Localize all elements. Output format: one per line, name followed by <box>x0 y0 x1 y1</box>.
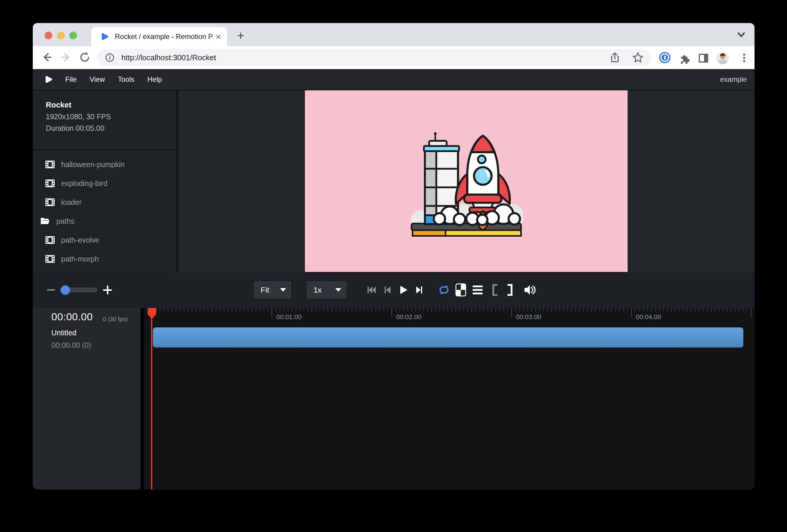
out-point-bracket-icon[interactable] <box>506 283 514 296</box>
maximize-traffic-light[interactable] <box>69 31 77 39</box>
ruler-tick <box>507 308 508 311</box>
ruler-tick <box>659 308 660 311</box>
menu-tools[interactable]: Tools <box>118 75 134 84</box>
playback-rate-dropdown[interactable]: 1x <box>306 280 347 299</box>
ruler-tick <box>391 308 392 317</box>
folder-open-icon <box>40 217 50 225</box>
playhead-marker[interactable] <box>148 308 156 319</box>
volume-icon[interactable] <box>524 284 536 296</box>
menu-dots-icon[interactable] <box>738 52 750 64</box>
remotion-logo[interactable] <box>43 75 54 84</box>
ruler-tick <box>547 308 548 311</box>
ruler-tick <box>220 308 220 311</box>
ruler-tick <box>172 308 172 312</box>
tab-strip: Rocket / example - Remotion P × + <box>33 23 754 46</box>
ruler-tick <box>316 308 316 311</box>
ruler-tick <box>352 308 352 312</box>
browser-window: Rocket / example - Remotion P × + http:/… <box>33 23 754 489</box>
bookmark-star-icon[interactable] <box>632 52 644 63</box>
ruler-tick <box>535 308 536 311</box>
playhead-line[interactable] <box>151 308 152 489</box>
transparency-checkerboard-icon[interactable] <box>455 283 466 296</box>
ruler-tick <box>431 308 432 312</box>
tab-close-icon[interactable]: × <box>215 32 221 41</box>
site-info-icon[interactable] <box>105 52 115 63</box>
share-icon[interactable] <box>610 52 620 63</box>
ruler-tick <box>232 308 232 312</box>
sidebar-composition-halloween-pumpkin[interactable]: halloween-pumpkin <box>33 155 176 174</box>
sidebar-folder-paths[interactable]: paths <box>33 212 176 231</box>
ruler-tick <box>407 308 408 311</box>
zoom-slider-knob[interactable] <box>61 285 70 295</box>
ruler-tick <box>339 308 340 311</box>
ruler-tick <box>439 308 440 311</box>
ruler-tick <box>679 308 680 311</box>
ruler-tick <box>184 308 184 311</box>
side-panel-icon[interactable] <box>698 52 709 64</box>
size-dropdown[interactable]: Fit <box>253 280 292 299</box>
sidebar-composition-path-morph[interactable]: path-morph <box>33 250 176 268</box>
address-bar[interactable]: http://localhost:3001/Rocket <box>97 49 652 66</box>
ruler-tick <box>511 308 512 317</box>
zoom-out-icon[interactable] <box>47 289 55 291</box>
profile-avatar[interactable] <box>717 52 729 64</box>
ruler-tick <box>240 308 240 311</box>
ruler-tick <box>703 308 704 311</box>
ruler-tick <box>631 308 632 317</box>
sidebar-composition-exploding-bird[interactable]: exploding-bird <box>33 174 176 193</box>
back-icon[interactable] <box>41 51 53 63</box>
ruler-tick <box>731 308 731 312</box>
zoom-in-icon[interactable] <box>103 285 112 294</box>
ruler-tick <box>524 308 524 311</box>
timeline-tracks-icon[interactable] <box>473 285 483 294</box>
menu-view[interactable]: View <box>90 75 105 84</box>
ruler-tick <box>675 308 676 311</box>
close-traffic-light[interactable] <box>45 31 52 39</box>
ruler-tick <box>188 308 188 311</box>
ruler-tick <box>451 308 452 312</box>
composition-duration: Duration 00:05.00 <box>46 124 176 132</box>
ruler-tick <box>711 308 712 312</box>
previous-frame-icon[interactable] <box>382 284 393 296</box>
in-point-bracket-icon[interactable] <box>491 283 498 296</box>
ruler-tick <box>464 308 464 311</box>
minimize-traffic-light[interactable] <box>57 31 65 39</box>
timeline-tracks-area[interactable]: 00:01.00 00:02.00 00:03.00 00:04.00 <box>144 308 754 489</box>
url-text[interactable]: http://localhost:3001/Rocket <box>121 53 610 62</box>
ruler-tick <box>455 308 456 311</box>
forward-icon[interactable] <box>60 51 72 63</box>
ruler-tick <box>575 308 576 311</box>
reload-icon[interactable] <box>79 51 91 63</box>
ruler-tick <box>252 308 252 312</box>
ruler-tick <box>312 308 312 312</box>
new-tab-icon[interactable]: + <box>237 29 244 42</box>
sidebar-composition-path-evolve[interactable]: path-evolve <box>33 231 176 250</box>
ruler-tick <box>284 308 284 311</box>
zoom-slider[interactable] <box>60 288 97 292</box>
preview-area <box>178 90 754 272</box>
ruler-tick <box>563 308 564 311</box>
ruler-tick <box>723 308 724 311</box>
extensions-puzzle-icon[interactable] <box>679 52 690 64</box>
ruler-tick <box>416 308 416 311</box>
ruler-tick <box>707 308 708 311</box>
menu-help[interactable]: Help <box>147 75 162 84</box>
loop-icon[interactable] <box>438 284 450 296</box>
browser-tab[interactable]: Rocket / example - Remotion P × <box>91 27 227 46</box>
tab-search-chevron-icon[interactable] <box>736 31 747 39</box>
skip-to-start-icon[interactable] <box>366 284 378 296</box>
ruler-label: 00:02.00 <box>396 313 422 321</box>
sidebar-composition-loader[interactable]: loader <box>33 193 176 212</box>
play-icon[interactable] <box>398 284 409 296</box>
menu-file[interactable]: File <box>65 75 77 84</box>
ruler-tick <box>327 308 328 311</box>
current-timecode: 00:00.00 <box>51 311 93 323</box>
ruler-tick <box>196 308 196 311</box>
onepassword-icon[interactable] <box>659 52 671 63</box>
ruler-tick <box>719 308 720 311</box>
rocket-illustration <box>409 124 523 238</box>
timeline-track-bar[interactable] <box>153 327 743 347</box>
ruler-tick <box>367 308 368 311</box>
next-frame-icon[interactable] <box>414 284 425 296</box>
ruler-tick <box>599 308 600 311</box>
